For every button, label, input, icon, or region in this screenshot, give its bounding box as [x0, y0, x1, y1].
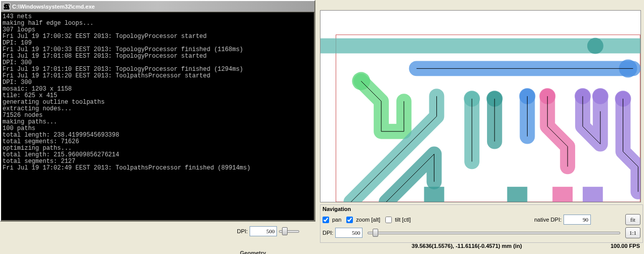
- native-dpi-input[interactable]: [564, 215, 591, 225]
- left-dpi-bar: DPI:: [237, 226, 299, 236]
- pan-label: pan: [332, 217, 341, 223]
- nav-dpi-slider[interactable]: [368, 228, 620, 237]
- zoom-checkbox[interactable]: [346, 217, 353, 223]
- navigation-title: Navigation: [323, 206, 640, 212]
- cmd-titlebar[interactable]: C:\ C:\Windows\system32\cmd.exe: [1, 1, 314, 12]
- svg-point-12: [592, 88, 609, 104]
- nav-row-1: pan zoom [alt] tilt [ctl] native DPI: fi…: [323, 214, 640, 225]
- status-bar: 39.5636(1.5576), -11.6116(-0.4571) mm (i…: [320, 243, 643, 249]
- tilt-label: tilt [ctl]: [395, 217, 411, 223]
- nav-row-2: DPI: 1:1: [323, 227, 640, 238]
- navigation-panel: Navigation pan zoom [alt] tilt [ctl] nat…: [320, 204, 643, 243]
- pcb-svg: .trace{stroke-width:30;stroke-linecap:ro…: [320, 11, 640, 202]
- pan-checkbox[interactable]: [323, 217, 329, 223]
- svg-rect-7: [507, 187, 528, 202]
- pcb-canvas[interactable]: .trace{stroke-width:30;stroke-linecap:ro…: [320, 10, 641, 202]
- slider-thumb-icon[interactable]: [373, 229, 378, 237]
- svg-point-2: [587, 38, 603, 54]
- left-dpi-label: DPI:: [237, 228, 248, 234]
- svg-rect-10: [552, 187, 573, 202]
- geometry-section-label: Geometry: [240, 250, 266, 254]
- nav-dpi-input[interactable]: [335, 228, 363, 238]
- fps-readout: 100.00 FPS: [611, 243, 640, 249]
- native-dpi-label: native DPI:: [534, 217, 561, 223]
- tilt-checkbox[interactable]: [385, 217, 392, 223]
- cmd-window: C:\ C:\Windows\system32\cmd.exe 143 nets…: [0, 0, 315, 222]
- cmd-output[interactable]: 143 nets making half edge loops... 307 l…: [1, 12, 314, 221]
- coords-readout: 39.5636(1.5576), -11.6116(-0.4571) mm (i…: [323, 243, 611, 249]
- nav-dpi-label: DPI:: [323, 230, 333, 236]
- svg-rect-4: [424, 187, 445, 202]
- fit-button[interactable]: fit: [625, 214, 640, 225]
- one-to-one-button[interactable]: 1:1: [625, 227, 640, 238]
- cmd-title: C:\Windows\system32\cmd.exe: [12, 4, 95, 10]
- left-dpi-input[interactable]: [250, 226, 277, 236]
- svg-rect-13: [583, 187, 603, 202]
- slider-thumb-icon[interactable]: [282, 227, 288, 235]
- cmd-icon: C:\: [3, 3, 10, 10]
- right-panel: .trace{stroke-width:30;stroke-linecap:ro…: [319, 0, 644, 254]
- zoom-label: zoom [alt]: [356, 217, 380, 223]
- left-dpi-slider[interactable]: [279, 227, 299, 236]
